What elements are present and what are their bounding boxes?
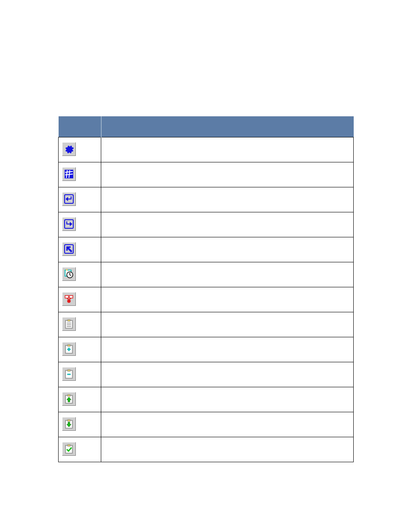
clock-icon[interactable] — [62, 267, 76, 281]
icon-cell — [59, 287, 101, 312]
conflict-icon[interactable] — [62, 292, 76, 306]
icon-cell — [59, 312, 101, 337]
desc-cell — [101, 137, 354, 162]
arrow-left-icon[interactable] — [62, 192, 76, 206]
table-row — [59, 262, 354, 287]
desc-cell — [101, 162, 354, 187]
table-header-row — [59, 116, 354, 137]
desc-cell — [101, 287, 354, 312]
icon-cell — [59, 362, 101, 387]
svg-rect-5 — [66, 269, 68, 271]
icon-cell — [59, 237, 101, 262]
clipboard-minus-icon[interactable] — [62, 367, 76, 381]
clipboard-plus-icon[interactable] — [62, 342, 76, 356]
svg-rect-10 — [65, 320, 72, 328]
icon-cell — [59, 437, 101, 462]
desc-cell — [101, 262, 354, 287]
svg-rect-17 — [68, 395, 70, 396]
svg-rect-20 — [65, 445, 72, 453]
svg-point-9 — [67, 299, 71, 303]
edit-arrow-icon[interactable] — [62, 242, 76, 256]
clipboard-down-icon[interactable] — [62, 417, 76, 431]
desc-cell — [101, 212, 354, 237]
desc-cell — [101, 312, 354, 337]
clipboard-up-icon[interactable] — [62, 392, 76, 406]
icon-cell — [59, 387, 101, 412]
table-row — [59, 362, 354, 387]
svg-rect-21 — [68, 445, 70, 446]
table-row — [59, 162, 354, 187]
document-page — [0, 0, 411, 532]
desc-cell — [101, 362, 354, 387]
col-header-icon — [59, 116, 101, 137]
icon-cell — [59, 262, 101, 287]
clipboard-icon[interactable] — [62, 317, 76, 331]
clipboard-check-icon[interactable] — [62, 442, 76, 456]
icon-cell — [59, 212, 101, 237]
gear-icon[interactable] — [62, 142, 76, 156]
table-row — [59, 437, 354, 462]
table-row — [59, 237, 354, 262]
desc-cell — [101, 237, 354, 262]
svg-rect-13 — [68, 345, 70, 346]
table-row — [59, 387, 354, 412]
table-row — [59, 412, 354, 437]
svg-rect-11 — [68, 320, 70, 321]
svg-rect-7 — [65, 296, 68, 298]
svg-rect-15 — [68, 370, 70, 371]
icon-cell — [59, 137, 101, 162]
table-row — [59, 187, 354, 212]
icon-reference-table — [58, 116, 354, 462]
col-header-desc — [101, 116, 354, 137]
desc-cell — [101, 412, 354, 437]
grid-lines-icon[interactable] — [62, 167, 76, 181]
table-row — [59, 137, 354, 162]
desc-cell — [101, 437, 354, 462]
icon-cell — [59, 162, 101, 187]
svg-rect-8 — [69, 296, 73, 298]
table-row — [59, 287, 354, 312]
table-row — [59, 337, 354, 362]
table-row — [59, 312, 354, 337]
desc-cell — [101, 337, 354, 362]
icon-cell — [59, 337, 101, 362]
desc-cell — [101, 187, 354, 212]
svg-rect-19 — [68, 420, 70, 421]
arrow-right-icon[interactable] — [62, 217, 76, 231]
table-row — [59, 212, 354, 237]
icon-cell — [59, 187, 101, 212]
icon-cell — [59, 412, 101, 437]
desc-cell — [101, 387, 354, 412]
